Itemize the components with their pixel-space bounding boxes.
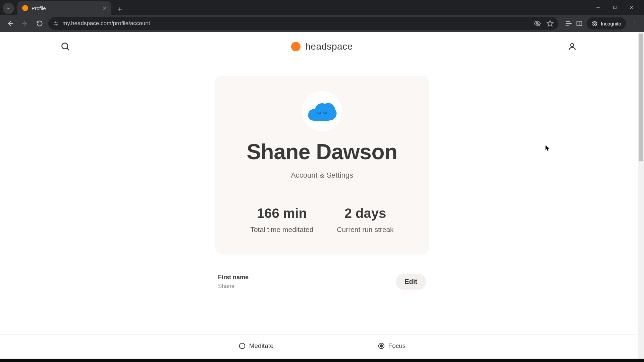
svg-marker-12 (547, 20, 553, 26)
meditate-icon (238, 342, 246, 350)
svg-point-25 (571, 44, 574, 47)
cloud-icon (307, 101, 337, 122)
edit-button[interactable]: Edit (396, 274, 426, 290)
app-profile-button[interactable] (568, 42, 577, 51)
profile-name: Shane Dawson (225, 139, 419, 164)
browser-menu-icon[interactable]: ⋮ (630, 19, 640, 27)
field-label: First name (218, 274, 249, 281)
svg-point-23 (62, 43, 68, 49)
svg-point-28 (380, 345, 382, 347)
tab-close-icon[interactable]: ✕ (102, 5, 107, 11)
browser-titlebar: Profile ✕ ＋ (0, 0, 644, 15)
scrollbar-thumb[interactable] (639, 34, 643, 161)
nav-meditate[interactable]: Meditate (238, 342, 274, 350)
stat-label: Current run streak (337, 226, 393, 234)
nav-label: Meditate (249, 342, 274, 350)
os-taskbar (0, 359, 644, 362)
focus-icon (378, 342, 385, 350)
side-panel-icon[interactable] (576, 20, 583, 27)
field-first-name: First name Shane Edit (215, 274, 429, 290)
incognito-label: Incognito (601, 21, 621, 26)
svg-marker-15 (570, 23, 572, 24)
avatar (302, 91, 342, 131)
svg-rect-1 (613, 6, 616, 9)
brand-dot-icon (291, 42, 301, 51)
incognito-indicator[interactable]: Incognito (587, 17, 626, 29)
profile-subtitle: Account & Settings (225, 171, 419, 180)
scrollbar-track[interactable] (638, 32, 644, 362)
app-header: headspace (0, 32, 644, 61)
svg-line-24 (67, 48, 69, 50)
stat-total-meditated: 166 min Total time meditated (250, 206, 313, 234)
svg-rect-17 (577, 21, 582, 25)
profile-stats: 166 min Total time meditated 2 days Curr… (225, 206, 419, 234)
tab-title: Profile (32, 5, 46, 11)
brand-logo[interactable]: headspace (291, 41, 353, 52)
bookmark-star-icon[interactable] (546, 20, 554, 27)
url-text: my.headspace.com/profile/account (62, 20, 530, 27)
minimize-icon[interactable] (596, 5, 603, 10)
svg-point-19 (593, 24, 594, 25)
reload-button[interactable] (34, 17, 46, 29)
browser-toolbar: my.headspace.com/profile/account Incogni… (0, 15, 644, 32)
field-value: Shane (218, 283, 249, 290)
stat-value: 2 days (337, 206, 393, 221)
svg-point-9 (56, 24, 57, 25)
profile-card: Shane Dawson Account & Settings 166 min … (215, 76, 429, 254)
maximize-icon[interactable] (612, 5, 620, 10)
site-settings-icon[interactable] (53, 20, 59, 26)
forward-button[interactable] (19, 17, 31, 29)
bottom-nav: Meditate Focus (0, 335, 644, 353)
stat-run-streak: 2 days Current run streak (337, 206, 393, 234)
window-controls (596, 0, 641, 15)
toolbar-right: Incognito ⋮ (565, 17, 640, 29)
eye-off-icon[interactable] (534, 20, 541, 27)
new-tab-button[interactable]: ＋ (114, 3, 125, 15)
app-search-button[interactable] (60, 42, 70, 52)
page-viewport: headspace Shane Dawson Account & Setting… (0, 32, 644, 362)
tab-search-button[interactable] (3, 3, 14, 14)
incognito-icon (591, 20, 598, 27)
brand-text: headspace (305, 41, 353, 52)
browser-tab-active[interactable]: Profile ✕ (17, 1, 111, 15)
stat-label: Total time meditated (250, 226, 313, 234)
stat-value: 166 min (250, 206, 313, 221)
address-bar[interactable]: my.headspace.com/profile/account (48, 17, 558, 30)
close-icon[interactable] (629, 5, 637, 10)
svg-point-26 (239, 343, 245, 349)
nav-label: Focus (388, 342, 406, 350)
favicon-icon (22, 5, 28, 11)
svg-point-8 (55, 22, 56, 23)
back-button[interactable] (4, 17, 16, 29)
svg-point-20 (595, 24, 597, 25)
media-control-icon[interactable] (565, 20, 572, 27)
nav-focus[interactable]: Focus (378, 342, 406, 350)
